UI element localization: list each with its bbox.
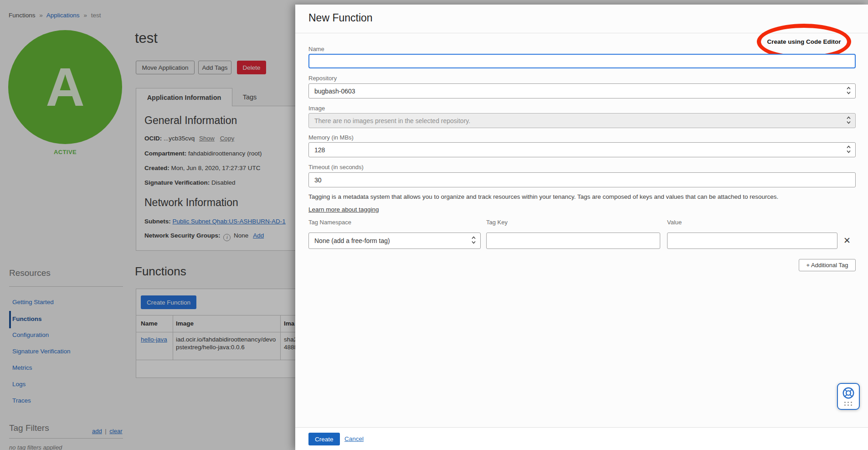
oci-console-page: Functions » Applications » test A ACTIVE… (0, 0, 868, 450)
learn-more-tagging-link[interactable]: Learn more about tagging (308, 205, 379, 214)
repository-field-label: Repository (308, 75, 337, 82)
drag-handle-dots-icon (844, 402, 853, 406)
timeout-input[interactable] (308, 172, 856, 187)
tag-value-label: Value (667, 219, 682, 226)
tag-namespace-select[interactable]: None (add a free-form tag) (308, 233, 481, 249)
tagging-description: Tagging is a metadata system that allows… (308, 192, 856, 202)
remove-tag-icon[interactable]: ✕ (843, 235, 851, 246)
new-function-drawer: New Function Create using Code Editor Na… (295, 5, 868, 450)
image-select-placeholder: There are no images present in the selec… (314, 117, 470, 124)
tag-key-input[interactable] (486, 233, 660, 249)
memory-select[interactable]: 128 (308, 142, 856, 157)
tag-namespace-label: Tag Namespace (308, 219, 351, 226)
name-field-label: Name (308, 46, 324, 52)
select-stepper-icon (471, 236, 476, 246)
tag-key-label: Tag Key (486, 219, 508, 226)
help-support-button[interactable] (837, 383, 860, 410)
image-field-label: Image (308, 105, 325, 112)
memory-field-label: Memory (in MBs) (308, 134, 354, 141)
repository-selected-value: bugbash-0603 (314, 88, 355, 95)
tag-value-input[interactable] (667, 233, 837, 249)
select-stepper-icon (846, 145, 851, 155)
additional-tag-button[interactable]: + Additional Tag (799, 259, 856, 271)
timeout-field-label: Timeout (in seconds) (308, 164, 364, 171)
tag-namespace-selected-value: None (add a free-form tag) (314, 237, 390, 244)
drawer-title: New Function (308, 12, 373, 24)
create-button[interactable]: Create (308, 433, 340, 445)
life-ring-icon (842, 386, 855, 400)
drawer-footer: Create Cancel (295, 427, 868, 450)
repository-select[interactable]: bugbash-0603 (308, 83, 856, 98)
memory-selected-value: 128 (314, 146, 325, 154)
select-stepper-icon (846, 115, 851, 126)
select-stepper-icon (846, 86, 851, 96)
image-select[interactable]: There are no images present in the selec… (308, 113, 856, 128)
name-input[interactable] (308, 54, 856, 68)
cancel-link[interactable]: Cancel (344, 435, 364, 442)
